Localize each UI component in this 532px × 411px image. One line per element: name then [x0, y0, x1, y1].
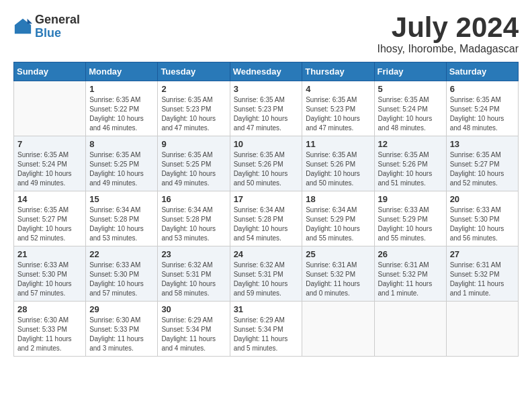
- calendar-cell: 11Sunrise: 6:35 AM Sunset: 5:26 PM Dayli…: [302, 136, 374, 191]
- day-info: Sunrise: 6:35 AM Sunset: 5:25 PM Dayligh…: [89, 150, 154, 188]
- day-info: Sunrise: 6:34 AM Sunset: 5:28 PM Dayligh…: [234, 205, 299, 243]
- day-info: Sunrise: 6:34 AM Sunset: 5:28 PM Dayligh…: [89, 205, 154, 243]
- day-info: Sunrise: 6:35 AM Sunset: 5:27 PM Dayligh…: [17, 205, 82, 243]
- calendar-week-row: 1Sunrise: 6:35 AM Sunset: 5:22 PM Daylig…: [14, 81, 519, 136]
- calendar-cell: 4Sunrise: 6:35 AM Sunset: 5:23 PM Daylig…: [302, 81, 374, 136]
- day-number: 22: [89, 249, 154, 259]
- calendar-cell: 27Sunrise: 6:31 AM Sunset: 5:32 PM Dayli…: [446, 246, 518, 302]
- calendar-header-sunday: Sunday: [14, 62, 86, 81]
- day-number: 3: [234, 84, 299, 94]
- day-number: 7: [17, 139, 82, 149]
- title-block: July 2024 Ihosy, Ihorombe, Madagascar: [378, 13, 519, 55]
- day-number: 11: [306, 139, 370, 149]
- day-info: Sunrise: 6:31 AM Sunset: 5:32 PM Dayligh…: [450, 261, 515, 298]
- calendar-cell: 8Sunrise: 6:35 AM Sunset: 5:25 PM Daylig…: [86, 136, 158, 191]
- day-info: Sunrise: 6:34 AM Sunset: 5:28 PM Dayligh…: [161, 205, 226, 243]
- calendar-cell: 2Sunrise: 6:35 AM Sunset: 5:23 PM Daylig…: [158, 81, 230, 136]
- calendar-cell: 20Sunrise: 6:33 AM Sunset: 5:30 PM Dayli…: [446, 191, 518, 246]
- day-info: Sunrise: 6:29 AM Sunset: 5:34 PM Dayligh…: [161, 316, 226, 353]
- calendar-header-monday: Monday: [86, 62, 158, 81]
- day-number: 2: [161, 84, 226, 94]
- logo-general: General: [35, 13, 80, 27]
- day-info: Sunrise: 6:35 AM Sunset: 5:26 PM Dayligh…: [378, 150, 443, 188]
- calendar-table: SundayMondayTuesdayWednesdayThursdayFrid…: [13, 62, 519, 357]
- day-number: 26: [378, 249, 443, 259]
- day-number: 28: [17, 304, 82, 314]
- calendar-cell: 17Sunrise: 6:34 AM Sunset: 5:28 PM Dayli…: [230, 191, 302, 246]
- calendar-cell: 16Sunrise: 6:34 AM Sunset: 5:28 PM Dayli…: [158, 191, 230, 246]
- logo-icon: [13, 17, 32, 36]
- calendar-cell: 21Sunrise: 6:33 AM Sunset: 5:30 PM Dayli…: [14, 246, 86, 302]
- location: Ihosy, Ihorombe, Madagascar: [378, 43, 519, 55]
- day-info: Sunrise: 6:34 AM Sunset: 5:29 PM Dayligh…: [306, 205, 370, 243]
- day-info: Sunrise: 6:35 AM Sunset: 5:24 PM Dayligh…: [378, 95, 443, 133]
- calendar-cell: [14, 81, 86, 136]
- day-number: 1: [89, 84, 154, 94]
- day-number: 27: [450, 249, 515, 259]
- calendar-cell: 6Sunrise: 6:35 AM Sunset: 5:24 PM Daylig…: [446, 81, 518, 136]
- calendar-cell: [374, 302, 446, 357]
- day-info: Sunrise: 6:35 AM Sunset: 5:25 PM Dayligh…: [161, 150, 226, 188]
- calendar-cell: 29Sunrise: 6:30 AM Sunset: 5:33 PM Dayli…: [86, 302, 158, 357]
- day-number: 31: [234, 304, 299, 314]
- calendar-cell: 30Sunrise: 6:29 AM Sunset: 5:34 PM Dayli…: [158, 302, 230, 357]
- calendar-cell: 25Sunrise: 6:31 AM Sunset: 5:32 PM Dayli…: [302, 246, 374, 302]
- day-info: Sunrise: 6:35 AM Sunset: 5:22 PM Dayligh…: [89, 95, 154, 133]
- day-number: 24: [234, 249, 299, 259]
- day-number: 16: [161, 194, 226, 204]
- calendar-week-row: 7Sunrise: 6:35 AM Sunset: 5:24 PM Daylig…: [14, 136, 519, 191]
- day-info: Sunrise: 6:35 AM Sunset: 5:27 PM Dayligh…: [450, 150, 515, 188]
- calendar-week-row: 21Sunrise: 6:33 AM Sunset: 5:30 PM Dayli…: [14, 246, 519, 302]
- svg-marker-1: [28, 19, 32, 24]
- logo-text: General Blue: [35, 13, 80, 40]
- day-info: Sunrise: 6:32 AM Sunset: 5:31 PM Dayligh…: [234, 261, 299, 298]
- day-info: Sunrise: 6:35 AM Sunset: 5:23 PM Dayligh…: [234, 95, 299, 133]
- day-number: 18: [306, 194, 370, 204]
- calendar-cell: [302, 302, 374, 357]
- day-number: 25: [306, 249, 370, 259]
- day-number: 20: [450, 194, 515, 204]
- page-header: General Blue July 2024 Ihosy, Ihorombe, …: [13, 13, 519, 55]
- day-info: Sunrise: 6:31 AM Sunset: 5:32 PM Dayligh…: [378, 261, 443, 298]
- calendar-cell: 7Sunrise: 6:35 AM Sunset: 5:24 PM Daylig…: [14, 136, 86, 191]
- day-number: 29: [89, 304, 154, 314]
- day-info: Sunrise: 6:35 AM Sunset: 5:24 PM Dayligh…: [450, 95, 515, 133]
- day-info: Sunrise: 6:30 AM Sunset: 5:33 PM Dayligh…: [17, 316, 82, 353]
- calendar-cell: 3Sunrise: 6:35 AM Sunset: 5:23 PM Daylig…: [230, 81, 302, 136]
- day-info: Sunrise: 6:35 AM Sunset: 5:26 PM Dayligh…: [306, 150, 370, 188]
- day-number: 15: [89, 194, 154, 204]
- calendar-header-row: SundayMondayTuesdayWednesdayThursdayFrid…: [14, 62, 519, 81]
- day-info: Sunrise: 6:31 AM Sunset: 5:32 PM Dayligh…: [306, 261, 370, 298]
- day-info: Sunrise: 6:30 AM Sunset: 5:33 PM Dayligh…: [89, 316, 154, 353]
- calendar-cell: 22Sunrise: 6:33 AM Sunset: 5:30 PM Dayli…: [86, 246, 158, 302]
- logo: General Blue: [13, 13, 80, 40]
- day-number: 13: [450, 139, 515, 149]
- calendar-cell: 23Sunrise: 6:32 AM Sunset: 5:31 PM Dayli…: [158, 246, 230, 302]
- day-info: Sunrise: 6:29 AM Sunset: 5:34 PM Dayligh…: [234, 316, 299, 353]
- calendar-cell: 9Sunrise: 6:35 AM Sunset: 5:25 PM Daylig…: [158, 136, 230, 191]
- day-info: Sunrise: 6:33 AM Sunset: 5:30 PM Dayligh…: [17, 261, 82, 298]
- calendar-week-row: 14Sunrise: 6:35 AM Sunset: 5:27 PM Dayli…: [14, 191, 519, 246]
- calendar-cell: 31Sunrise: 6:29 AM Sunset: 5:34 PM Dayli…: [230, 302, 302, 357]
- day-info: Sunrise: 6:35 AM Sunset: 5:24 PM Dayligh…: [17, 150, 82, 188]
- day-number: 12: [378, 139, 443, 149]
- day-number: 6: [450, 84, 515, 94]
- day-info: Sunrise: 6:35 AM Sunset: 5:26 PM Dayligh…: [234, 150, 299, 188]
- calendar-cell: 14Sunrise: 6:35 AM Sunset: 5:27 PM Dayli…: [14, 191, 86, 246]
- calendar-header-thursday: Thursday: [302, 62, 374, 81]
- calendar-week-row: 28Sunrise: 6:30 AM Sunset: 5:33 PM Dayli…: [14, 302, 519, 357]
- calendar-header-friday: Friday: [374, 62, 446, 81]
- calendar-cell: 10Sunrise: 6:35 AM Sunset: 5:26 PM Dayli…: [230, 136, 302, 191]
- calendar-header-saturday: Saturday: [446, 62, 518, 81]
- day-number: 23: [161, 249, 226, 259]
- calendar-cell: 13Sunrise: 6:35 AM Sunset: 5:27 PM Dayli…: [446, 136, 518, 191]
- day-info: Sunrise: 6:33 AM Sunset: 5:30 PM Dayligh…: [450, 205, 515, 243]
- day-number: 19: [378, 194, 443, 204]
- day-number: 30: [161, 304, 226, 314]
- calendar-cell: 26Sunrise: 6:31 AM Sunset: 5:32 PM Dayli…: [374, 246, 446, 302]
- day-number: 14: [17, 194, 82, 204]
- day-info: Sunrise: 6:33 AM Sunset: 5:30 PM Dayligh…: [89, 261, 154, 298]
- calendar-header-wednesday: Wednesday: [230, 62, 302, 81]
- month-title: July 2024: [378, 13, 519, 42]
- day-info: Sunrise: 6:32 AM Sunset: 5:31 PM Dayligh…: [161, 261, 226, 298]
